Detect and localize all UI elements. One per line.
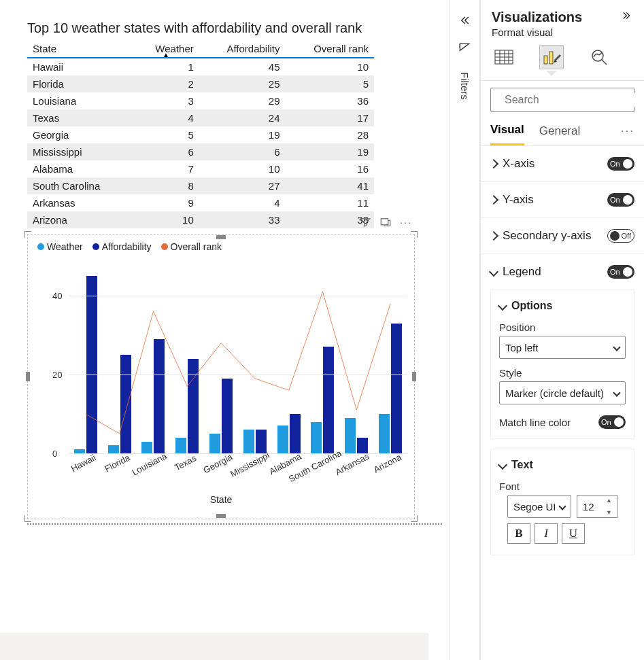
svg-rect-8: [544, 56, 547, 64]
bar[interactable]: [86, 276, 97, 453]
panel-title: Visualizations: [492, 10, 582, 25]
bar[interactable]: [188, 359, 199, 453]
legend-style-select[interactable]: Marker (circle default): [499, 381, 626, 404]
spin-down-icon[interactable]: ▼: [606, 509, 615, 516]
bar[interactable]: [209, 434, 220, 453]
tab-visual[interactable]: Visual: [490, 123, 524, 145]
panel-subtitle: Format visual: [481, 27, 644, 42]
legend-position-select[interactable]: Top left: [499, 336, 626, 359]
chart-visual[interactable]: ··· WeatherAffordabilityOverall rank Wea…: [27, 234, 415, 519]
spin-up-icon[interactable]: ▲: [606, 497, 615, 504]
chevron-down-icon: [558, 502, 566, 510]
table-row[interactable]: South Carolina82741: [27, 177, 374, 194]
bar[interactable]: [256, 430, 267, 453]
section-legend[interactable]: Legend On: [481, 254, 644, 290]
chevron-down-icon: [489, 267, 498, 277]
bar[interactable]: [243, 430, 254, 453]
svg-rect-9: [549, 52, 553, 64]
bar[interactable]: [120, 355, 131, 453]
visual-toolbar: ···: [357, 214, 414, 230]
filter-icon[interactable]: [357, 214, 373, 230]
build-visual-tab-icon[interactable]: [492, 45, 516, 69]
data-table[interactable]: State Weather ▲ Affordability Overall ra…: [27, 40, 374, 228]
visualizations-panel: Visualizations Format visual: [480, 0, 644, 660]
table-row[interactable]: Hawaii14510: [27, 58, 374, 75]
col-state[interactable]: State: [27, 40, 133, 58]
font-family-select[interactable]: Segoe UI: [507, 495, 571, 518]
bar[interactable]: [290, 414, 301, 453]
section-x-axis[interactable]: X-axis On: [481, 146, 644, 182]
legend-style-label: Style: [499, 367, 626, 379]
table-row[interactable]: Louisiana32936: [27, 92, 374, 109]
resize-handle[interactable]: [412, 372, 416, 381]
underline-button[interactable]: U: [562, 523, 585, 544]
bar[interactable]: [323, 347, 334, 453]
font-label: Font: [499, 481, 626, 492]
more-tabs-icon[interactable]: ···: [621, 124, 634, 145]
chevron-right-icon: [489, 231, 498, 241]
col-overall-rank[interactable]: Overall rank: [286, 40, 375, 58]
report-title: Top 10 weather states with affordability…: [27, 20, 442, 36]
col-affordability[interactable]: Affordability: [199, 40, 286, 58]
legend-item[interactable]: Weather: [37, 241, 83, 252]
filters-pane-label[interactable]: Filters: [459, 72, 471, 100]
resize-handle[interactable]: [411, 515, 418, 522]
format-properties: X-axis On Y-axis On Secondary y-axis Off…: [481, 146, 644, 565]
more-options-icon[interactable]: ···: [398, 214, 414, 230]
resize-handle[interactable]: [216, 514, 226, 518]
bar[interactable]: [277, 425, 288, 453]
format-subtabs: Visual General ···: [481, 112, 644, 146]
resize-handle[interactable]: [26, 372, 30, 381]
bar[interactable]: [391, 324, 402, 453]
legend-item[interactable]: Affordability: [92, 241, 152, 252]
table-row[interactable]: Texas42417: [27, 109, 374, 126]
font-size-input[interactable]: 12 ▲▼: [577, 495, 617, 518]
bar[interactable]: [175, 438, 186, 453]
bar[interactable]: [379, 414, 390, 453]
focus-mode-icon[interactable]: [377, 214, 394, 230]
section-secondary-y-axis[interactable]: Secondary y-axis Off: [481, 218, 644, 254]
chevron-down-icon: [498, 301, 507, 311]
bar[interactable]: [141, 442, 152, 453]
resize-handle[interactable]: [411, 231, 418, 238]
format-mode-tabs: [481, 42, 644, 75]
italic-button[interactable]: I: [535, 523, 558, 544]
search-field[interactable]: [503, 93, 642, 107]
search-input[interactable]: [490, 88, 634, 112]
resize-handle[interactable]: [216, 235, 226, 239]
toggle-match-line-color[interactable]: On: [598, 415, 626, 429]
chevron-down-icon: [498, 460, 507, 470]
bar[interactable]: [311, 422, 322, 453]
col-weather[interactable]: Weather ▲: [133, 40, 199, 58]
bookmark-icon[interactable]: [458, 41, 471, 57]
legend-text-card: Text Font Segoe UI 12 ▲▼ B I U: [490, 449, 634, 555]
bar[interactable]: [154, 339, 165, 453]
toggle-secondary-y-axis[interactable]: Off: [607, 229, 634, 243]
tab-general[interactable]: General: [539, 124, 580, 145]
section-y-axis[interactable]: Y-axis On: [481, 182, 644, 218]
toggle-legend[interactable]: On: [607, 265, 634, 279]
expand-pane-icon[interactable]: [621, 10, 633, 25]
resize-handle[interactable]: [24, 231, 31, 238]
table-row[interactable]: Arkansas9411: [27, 194, 374, 211]
format-visual-tab-icon[interactable]: [539, 45, 564, 69]
bar[interactable]: [345, 418, 356, 453]
collapse-pane-icon[interactable]: [458, 14, 471, 29]
toggle-x-axis[interactable]: On: [607, 157, 634, 171]
toggle-y-axis[interactable]: On: [607, 193, 634, 207]
svg-line-11: [602, 60, 607, 65]
table-row[interactable]: Georgia51928: [27, 126, 374, 143]
table-row[interactable]: Florida2255: [27, 75, 374, 92]
table-row[interactable]: Alabama71016: [27, 160, 374, 177]
legend-item[interactable]: Overall rank: [161, 241, 222, 252]
bar[interactable]: [108, 445, 119, 453]
bar[interactable]: [222, 379, 233, 453]
chevron-down-icon: [613, 389, 620, 396]
resize-handle[interactable]: [24, 515, 31, 522]
x-axis-labels: HawaiiFloridaLouisianaTexasGeorgiaMissis…: [69, 453, 407, 494]
bold-button[interactable]: B: [507, 523, 530, 544]
canvas-footer: [0, 633, 428, 660]
table-row[interactable]: Arizona103338: [27, 211, 374, 228]
analytics-tab-icon[interactable]: [587, 45, 611, 69]
table-row[interactable]: Mississippi6619: [27, 143, 374, 160]
